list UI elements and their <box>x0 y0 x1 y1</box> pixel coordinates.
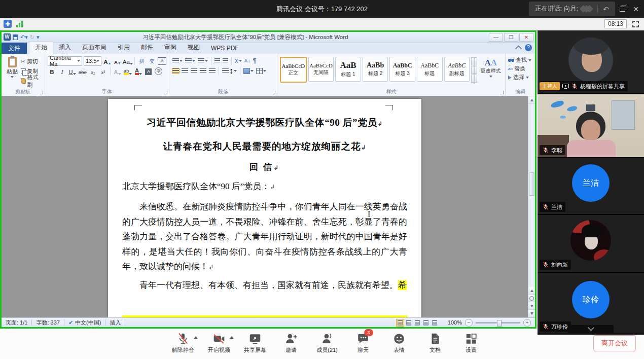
members-button[interactable]: 成员(21) <box>314 332 340 354</box>
tab-file[interactable]: 文件 <box>2 43 27 54</box>
distribute-button[interactable] <box>208 68 216 74</box>
style-heading1[interactable]: AaB 标题 1 <box>335 57 361 82</box>
print-layout-view-icon[interactable] <box>396 319 404 327</box>
mic-options-caret[interactable] <box>194 336 198 339</box>
help-icon[interactable]: ? <box>525 44 532 51</box>
line-spacing-button[interactable]: ↕ <box>222 66 237 76</box>
tab-wps-pdf[interactable]: WPS PDF <box>205 43 244 54</box>
style-heading3[interactable]: AaBbC 标题 3 <box>389 57 415 82</box>
invite-button[interactable]: 邀请 <box>278 332 304 354</box>
styles-gallery-scroll[interactable] <box>471 57 477 83</box>
align-right-button[interactable] <box>190 68 198 74</box>
word-count[interactable]: 字数: 337 <box>32 319 63 327</box>
participant-tile[interactable]: 珍伶 万珍伶 <box>538 273 644 333</box>
zoom-level[interactable]: 100% <box>448 319 462 326</box>
zoom-in-icon[interactable]: + <box>523 319 531 327</box>
participant-tile-video[interactable]: 李聪 <box>538 94 644 158</box>
numbering-button[interactable] <box>185 58 196 64</box>
web-layout-view-icon[interactable] <box>413 319 421 327</box>
asian-layout-button[interactable]: X <box>234 58 242 64</box>
italic-button[interactable]: I <box>58 67 66 75</box>
leave-meeting-button[interactable]: 离开会议 <box>593 335 636 351</box>
minimize-ribbon-icon[interactable] <box>515 45 522 52</box>
signal-icon[interactable] <box>16 21 23 27</box>
shrink-font-button[interactable]: A▼ <box>113 57 122 65</box>
style-heading2[interactable]: AaBb 标题 2 <box>363 57 388 82</box>
tab-page-layout[interactable]: 页面布局 <box>77 42 112 54</box>
underline-button[interactable]: U <box>68 67 77 75</box>
shield-icon[interactable]: ✚ <box>4 20 12 28</box>
start-video-button[interactable]: 开启视频 <box>206 332 232 354</box>
scroll-up-icon[interactable] <box>528 96 535 104</box>
select-button[interactable]: 选择 <box>508 73 532 82</box>
style-normal[interactable]: AaBbCcD 正文 <box>280 57 307 83</box>
zoom-slider[interactable] <box>476 322 520 324</box>
chat-button[interactable]: 3 聊天 <box>350 332 376 354</box>
reply-icon[interactable]: ↶ <box>603 6 609 13</box>
style-no-spacing[interactable]: AaBbCcD 无间隔 <box>308 57 334 82</box>
tab-mailings[interactable]: 邮件 <box>135 42 159 54</box>
change-case-button[interactable]: Aa <box>123 57 132 65</box>
bold-button[interactable]: B <box>48 67 56 75</box>
scrollbar-thumb[interactable] <box>529 172 534 196</box>
multilevel-list-button[interactable] <box>197 58 208 64</box>
align-left-button[interactable] <box>172 68 180 74</box>
font-color-button[interactable]: A <box>134 67 142 75</box>
scroll-down-icon[interactable] <box>528 310 535 317</box>
document-scrollbar[interactable] <box>528 96 535 317</box>
previous-page-icon[interactable] <box>528 287 535 295</box>
strikethrough-button[interactable]: abe <box>78 67 87 75</box>
superscript-button[interactable]: x² <box>99 67 108 75</box>
shading-button[interactable] <box>243 67 254 75</box>
justify-button[interactable] <box>199 68 207 74</box>
fullscreen-icon[interactable] <box>632 21 639 27</box>
participant-tile[interactable]: 兰洁 兰洁 <box>538 158 644 215</box>
paragraph-dialog-launcher[interactable] <box>272 91 275 94</box>
word-close-icon[interactable]: ✕ <box>519 33 533 42</box>
sidebar-collapse-button[interactable] <box>568 325 614 333</box>
sort-button[interactable]: A↓ <box>244 58 251 64</box>
settings-button[interactable]: 设置 <box>458 332 484 354</box>
decrease-indent-icon[interactable] <box>214 58 221 64</box>
phonetic-guide-icon[interactable]: 拼 <box>137 57 146 65</box>
increase-indent-icon[interactable] <box>222 58 229 64</box>
word-minimize-icon[interactable]: — <box>489 33 503 42</box>
change-styles-button[interactable]: AA 更改样式 <box>479 57 503 78</box>
next-page-icon[interactable] <box>528 302 535 310</box>
font-dialog-launcher[interactable] <box>164 91 167 94</box>
find-button[interactable]: 查找 <box>508 56 532 64</box>
borders-button[interactable] <box>256 67 267 75</box>
video-options-caret[interactable] <box>230 336 234 339</box>
participant-tile[interactable]: 刘向新 <box>538 215 644 273</box>
subscript-button[interactable]: x₂ <box>89 67 97 75</box>
emoji-button[interactable]: 表情 <box>386 332 412 354</box>
style-title[interactable]: AaBbC 标题 <box>417 57 443 82</box>
enclose-character-button[interactable]: 字 <box>154 67 163 75</box>
grow-font-button[interactable]: A▲ <box>103 57 112 65</box>
clipboard-dialog-launcher[interactable] <box>40 91 43 94</box>
tab-insert[interactable]: 插入 <box>53 42 77 54</box>
style-subtitle[interactable]: AaBbC 副标题 <box>444 57 470 82</box>
share-screen-button[interactable]: 共享屏幕 <box>242 332 268 354</box>
docs-button[interactable]: 文档 <box>422 332 448 354</box>
close-icon[interactable]: ✕ <box>633 6 639 13</box>
replace-button[interactable]: ab替换 <box>508 64 532 73</box>
font-size-combo[interactable]: 13.5 <box>84 56 101 66</box>
bullets-button[interactable] <box>172 58 183 64</box>
character-shading-button[interactable]: A <box>144 67 153 75</box>
reading-view-icon[interactable] <box>405 319 413 327</box>
outline-view-icon[interactable] <box>422 319 430 327</box>
align-center-button[interactable] <box>181 68 189 74</box>
cut-button[interactable]: ✂剪切 <box>21 57 42 66</box>
format-painter-button[interactable]: 格式刷 <box>21 77 42 85</box>
draft-view-icon[interactable] <box>431 319 439 327</box>
tab-home[interactable]: 开始 <box>29 41 53 54</box>
spellcheck-status[interactable]: ✔中文(中国) <box>64 319 105 327</box>
tab-references[interactable]: 引用 <box>112 42 135 54</box>
page-indicator[interactable]: 页面: 1/1 <box>2 319 31 327</box>
paste-button[interactable]: 粘贴 <box>4 56 21 88</box>
browse-object-icon[interactable] <box>528 295 535 302</box>
tab-view[interactable]: 视图 <box>182 42 205 54</box>
document-page[interactable]: 习近平回信勉励北京大学援鄂医疗队全体“90 后”党员↲ 让青春在党和人民最需要的… <box>108 99 421 317</box>
text-effects-button[interactable]: A <box>113 67 122 75</box>
